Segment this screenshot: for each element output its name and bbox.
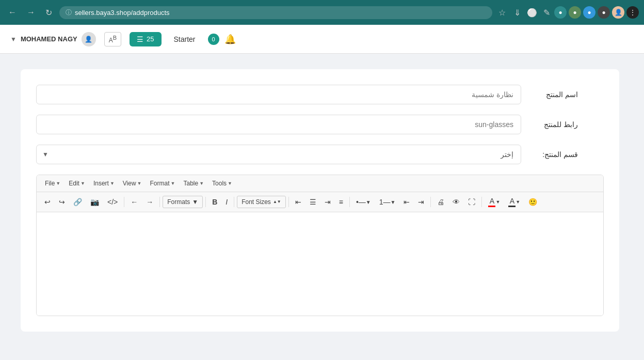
toolbar-sep4 xyxy=(234,197,234,207)
toolbar-print[interactable]: 🖨 xyxy=(433,195,448,209)
ext-blue[interactable]: ● xyxy=(583,6,595,19)
browser-chrome: ← → ↻ ⓘ ☆ ⇓ ⚪ ✎ ● ● ● ● 👤 ⋮ xyxy=(0,0,644,25)
toolbar-undo2[interactable]: ← xyxy=(127,195,141,209)
toolbar-code[interactable]: </> xyxy=(104,195,121,209)
ext-dark[interactable]: ● xyxy=(598,6,610,19)
avatar: 👤 xyxy=(82,32,96,46)
product-name-row: اسم المنتج xyxy=(36,85,604,104)
address-bar-container: ⓘ xyxy=(59,6,492,19)
category-select-wrapper: إختر ▼ xyxy=(36,145,521,164)
toolbar-link[interactable]: 🔗 xyxy=(70,195,86,209)
rich-text-editor: File ▼ Edit ▼ Insert ▼ View ▼ Format ▼ xyxy=(36,175,604,316)
user-menu[interactable]: ▼ MOHAMED NAGY 👤 xyxy=(10,32,96,46)
toolbar-emoji[interactable]: 🙂 xyxy=(525,195,541,209)
product-name-input[interactable] xyxy=(36,85,521,104)
main-content: اسم المنتج رابط للمنتج قسم المنتج: إختر … xyxy=(0,54,644,347)
plan-label: Starter xyxy=(174,35,196,43)
user-name: MOHAMED NAGY xyxy=(21,35,77,43)
toolbar-image[interactable]: 📷 xyxy=(87,195,103,209)
category-select[interactable]: إختر xyxy=(36,145,521,164)
site-info-icon[interactable]: ⓘ xyxy=(66,8,72,17)
toolbar-indent[interactable]: ⇥ xyxy=(414,195,428,209)
credits-icon: ☰ xyxy=(137,35,143,43)
menu-tools[interactable]: Tools ▼ xyxy=(209,178,235,189)
bookmark-icon[interactable]: ☆ xyxy=(496,6,508,20)
toolbar-unordered-list[interactable]: •— ▼ xyxy=(352,195,375,209)
toolbar-fullscreen[interactable]: ⛶ xyxy=(464,195,479,209)
product-category-row: قسم المنتج: إختر ▼ xyxy=(36,145,604,164)
toolbar-sep1 xyxy=(124,197,124,207)
extensions-area: ⇓ ⚪ ✎ ● ● ● ● 👤 ⋮ xyxy=(512,6,639,20)
product-link-input[interactable] xyxy=(36,115,521,134)
ext-pen[interactable]: ✎ xyxy=(541,6,552,20)
ext-circle[interactable]: ⚪ xyxy=(525,6,539,20)
app-header: ▼ MOHAMED NAGY 👤 AB ☰ 25 Starter 0 🔔 xyxy=(0,25,644,54)
product-category-label: قسم المنتج: xyxy=(532,150,578,159)
toolbar-sep3 xyxy=(205,197,206,207)
menu-file[interactable]: File ▼ xyxy=(42,178,63,189)
product-link-label: رابط للمنتج xyxy=(532,120,578,129)
toolbar-align-right[interactable]: ⇥ xyxy=(321,195,334,209)
form-card: اسم المنتج رابط للمنتج قسم المنتج: إختر … xyxy=(21,69,619,332)
bell-icon[interactable]: 🔔 xyxy=(224,34,236,45)
address-input[interactable] xyxy=(75,9,486,17)
menu-insert[interactable]: Insert ▼ xyxy=(90,178,118,189)
ext-download[interactable]: ⇓ xyxy=(512,6,523,20)
user-dropdown-arrow: ▼ xyxy=(10,36,17,43)
menu-view[interactable]: View ▼ xyxy=(120,178,145,189)
notification-count[interactable]: 0 xyxy=(208,34,219,45)
menu-edit[interactable]: Edit ▼ xyxy=(66,178,88,189)
toolbar-sep2 xyxy=(159,197,160,207)
ext-avatar[interactable]: 👤 xyxy=(612,6,624,19)
menu-table[interactable]: Table ▼ xyxy=(180,178,207,189)
refresh-button[interactable]: ↻ xyxy=(42,6,55,20)
editor-toolbar: ↩ ↪ 🔗 📷 </> ← → Formats ▼ B I xyxy=(37,192,603,212)
toolbar-ordered-list[interactable]: 1— ▼ xyxy=(376,195,399,209)
toolbar-outdent[interactable]: ⇤ xyxy=(400,195,413,209)
translate-button[interactable]: AB xyxy=(104,32,121,46)
product-name-label: اسم المنتج xyxy=(532,90,578,99)
credits-value: 25 xyxy=(147,35,154,43)
toolbar-preview[interactable]: 👁 xyxy=(449,195,463,209)
toolbar-align-center[interactable]: ☰ xyxy=(306,195,320,209)
toolbar-align-left[interactable]: ⇤ xyxy=(292,195,305,209)
menu-format[interactable]: Format ▼ xyxy=(147,178,179,189)
formats-dropdown[interactable]: Formats ▼ xyxy=(163,196,203,208)
toolbar-sep8 xyxy=(481,197,482,207)
forward-button[interactable]: → xyxy=(24,6,38,19)
toolbar-undo[interactable]: ↩ xyxy=(41,195,54,209)
toolbar-sep6 xyxy=(349,197,350,207)
back-button[interactable]: ← xyxy=(5,6,20,19)
product-link-row: رابط للمنتج xyxy=(36,115,604,134)
ext-green[interactable]: ● xyxy=(569,6,581,19)
toolbar-align-justify[interactable]: ≡ xyxy=(335,195,347,209)
toolbar-redo2[interactable]: → xyxy=(142,195,157,209)
toolbar-redo[interactable]: ↪ xyxy=(55,195,69,209)
ext-menu-dots[interactable]: ⋮ xyxy=(626,6,639,19)
editor-menubar: File ▼ Edit ▼ Insert ▼ View ▼ Format ▼ xyxy=(37,175,603,192)
toolbar-italic[interactable]: I xyxy=(222,195,231,209)
ext-teal[interactable]: ● xyxy=(554,6,567,19)
toolbar-highlight-color[interactable]: A ▼ xyxy=(505,194,524,210)
toolbar-sep7 xyxy=(430,197,431,207)
credits-button[interactable]: ☰ 25 xyxy=(130,32,161,46)
font-sizes-dropdown[interactable]: Font Sizes ▲▼ xyxy=(237,196,286,208)
toolbar-font-color[interactable]: A ▼ xyxy=(485,194,504,210)
editor-body[interactable] xyxy=(37,212,603,316)
toolbar-bold[interactable]: B xyxy=(208,195,221,209)
notifications-area: 0 🔔 xyxy=(208,34,236,45)
toolbar-sep5 xyxy=(288,197,289,207)
